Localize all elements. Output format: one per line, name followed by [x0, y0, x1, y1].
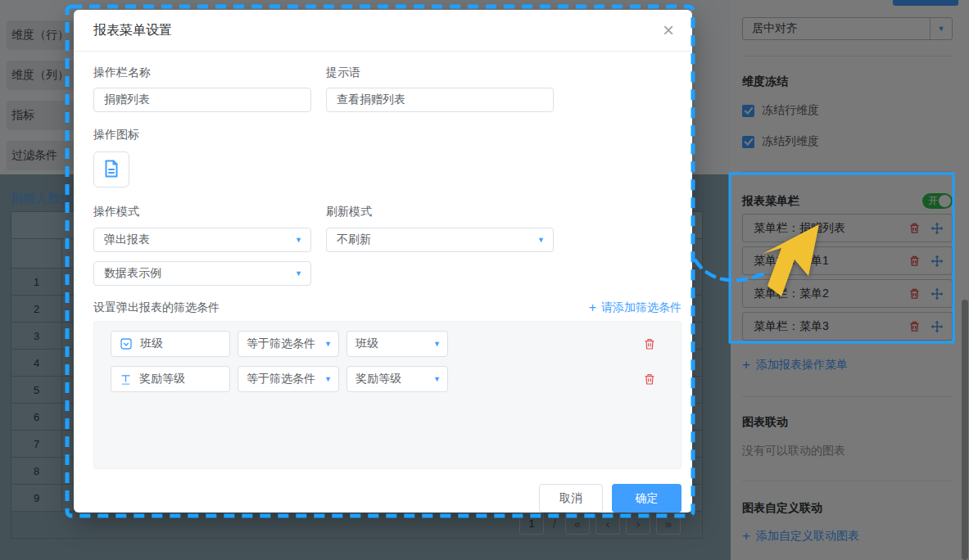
plus-icon: +	[589, 300, 596, 315]
filter-value: 奖励等级	[355, 372, 401, 386]
add-filter-link[interactable]: + 请添加筛选条件	[589, 300, 681, 315]
chevron-down-icon: ▼	[324, 375, 332, 383]
filter-row: 班级 等于筛选条件 ▼ 班级 ▼	[111, 331, 681, 357]
dialog-header: 报表菜单设置 ×	[74, 10, 692, 52]
filter-field-box[interactable]: 奖励等级	[111, 366, 230, 392]
report-designer-page: 维度（行） 维度（列） 指标 过滤条件 捐赠人数统计 1 2 3 4 5 6 7…	[0, 0, 969, 560]
filter-value-select[interactable]: 班级 ▼	[346, 331, 448, 357]
tooltip-input[interactable]	[326, 88, 554, 112]
filter-operator-select[interactable]: 等于筛选条件 ▼	[238, 366, 339, 392]
filter-list: 班级 等于筛选条件 ▼ 班级 ▼ 奖励等级	[93, 321, 681, 469]
filter-value-select[interactable]: 奖励等级 ▼	[346, 366, 448, 392]
filter-field-box[interactable]: 班级	[111, 331, 230, 357]
text-type-icon	[120, 373, 132, 386]
action-name-input[interactable]	[93, 88, 311, 112]
chevron-down-icon: ▼	[324, 340, 332, 348]
report-menu-settings-dialog: 报表菜单设置 × 操作栏名称 提示语 操作图标 操作模式	[74, 10, 692, 513]
filter-value: 班级	[355, 336, 378, 351]
action-mode-value: 弹出报表	[104, 233, 150, 247]
refresh-mode-label: 刷新模式	[326, 205, 554, 219]
filter-row: 奖励等级 等于筛选条件 ▼ 奖励等级 ▼	[111, 366, 681, 392]
action-mode-select[interactable]: 弹出报表 ▼	[93, 228, 311, 252]
filter-operator-value: 等于筛选条件	[247, 336, 315, 351]
select-type-icon	[120, 337, 133, 350]
delete-icon[interactable]	[643, 373, 656, 386]
filter-operator-value: 等于筛选条件	[247, 372, 315, 386]
refresh-mode-select[interactable]: 不刷新 ▼	[326, 228, 554, 252]
chevron-down-icon: ▼	[295, 236, 302, 244]
action-name-label: 操作栏名称	[93, 65, 311, 80]
tooltip-label: 提示语	[326, 65, 554, 80]
data-table-value: 数据表示例	[104, 266, 161, 281]
filter-field-name: 奖励等级	[139, 372, 185, 386]
delete-icon[interactable]	[643, 337, 656, 350]
action-mode-label: 操作模式	[93, 205, 311, 219]
chevron-down-icon: ▼	[537, 236, 545, 244]
close-icon[interactable]: ×	[663, 22, 674, 38]
data-table-select[interactable]: 数据表示例 ▼	[93, 261, 311, 286]
dialog-body: 操作栏名称 提示语 操作图标 操作模式 弹出报表 ▼	[74, 52, 692, 513]
filter-operator-select[interactable]: 等于筛选条件 ▼	[238, 331, 339, 357]
document-icon	[102, 159, 121, 181]
dialog-footer: 取消 确定	[93, 484, 681, 513]
chevron-down-icon: ▼	[295, 269, 302, 278]
cancel-button[interactable]: 取消	[539, 484, 603, 513]
filter-section-title: 设置弹出报表的筛选条件	[93, 300, 220, 315]
action-icon-label: 操作图标	[93, 128, 681, 142]
action-icon-button[interactable]	[93, 151, 129, 187]
chevron-down-icon: ▼	[433, 375, 441, 383]
dialog-title: 报表菜单设置	[93, 22, 172, 39]
confirm-button[interactable]: 确定	[612, 484, 681, 513]
filter-field-name: 班级	[140, 336, 163, 351]
chevron-down-icon: ▼	[433, 340, 441, 348]
add-filter-label: 请添加筛选条件	[601, 300, 681, 315]
refresh-mode-value: 不刷新	[337, 233, 371, 247]
